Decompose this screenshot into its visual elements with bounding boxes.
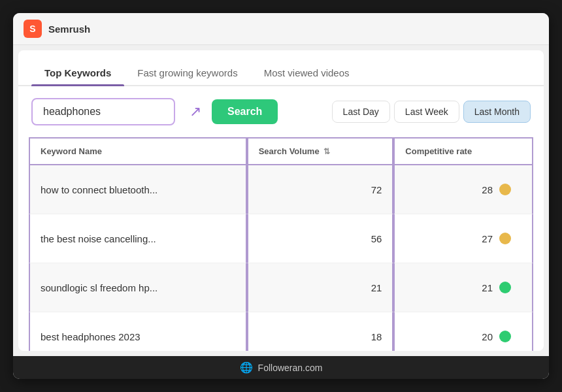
main-content: Top Keywords Fast growing keywords Most …: [18, 50, 544, 351]
rate-cell: 27: [393, 214, 533, 263]
rate-value: 28: [482, 184, 493, 195]
search-input[interactable]: [31, 98, 175, 125]
keywords-table: Keyword Name Search Volume ⇅ Competitive…: [29, 137, 533, 351]
keyword-cell: soundlogic sl freedom hp...: [29, 263, 247, 312]
time-btn-last-day[interactable]: Last Day: [332, 101, 390, 123]
tab-top-keywords[interactable]: Top Keywords: [31, 61, 124, 85]
col-header-volume: Search Volume ⇅: [247, 137, 394, 165]
table-header-row: Keyword Name Search Volume ⇅ Competitive…: [29, 137, 533, 165]
time-filters: Last Day Last Week Last Month: [332, 101, 531, 123]
rate-dot-green: [499, 282, 511, 293]
volume-cell: 18: [247, 312, 394, 351]
title-bar: S Semrush: [13, 13, 549, 45]
table-row: soundlogic sl freedom hp...2121: [29, 263, 533, 312]
table-row: the best noise cancelling...5627: [29, 214, 533, 263]
rate-dot-yellow: [499, 184, 511, 195]
table-row: how to connect bluetooth...7228: [29, 165, 533, 214]
search-button[interactable]: Search: [212, 99, 278, 124]
table-wrapper: Keyword Name Search Volume ⇅ Competitive…: [18, 137, 544, 351]
tab-fast-growing[interactable]: Fast growing keywords: [124, 61, 250, 85]
app-window: S Semrush Top Keywords Fast growing keyw…: [13, 13, 549, 379]
tab-most-viewed[interactable]: Most viewed videos: [251, 61, 363, 85]
volume-cell: 72: [247, 165, 394, 214]
globe-icon: 🌐: [240, 361, 253, 374]
rate-value: 27: [482, 233, 493, 244]
rate-value: 21: [482, 282, 493, 293]
rate-dot-green: [499, 331, 511, 342]
volume-cell: 21: [247, 263, 394, 312]
volume-cell: 56: [247, 214, 394, 263]
rate-cell: 20: [393, 312, 533, 351]
footer-label: Followeran.com: [258, 363, 323, 373]
keyword-cell: how to connect bluetooth...: [29, 165, 247, 214]
tab-bar: Top Keywords Fast growing keywords Most …: [18, 50, 544, 86]
footer-bar: 🌐 Followeran.com: [13, 356, 549, 379]
filter-icon[interactable]: ⇅: [323, 147, 330, 156]
time-btn-last-week[interactable]: Last Week: [394, 101, 459, 123]
col-header-keyword: Keyword Name: [29, 137, 247, 165]
app-logo: S: [24, 20, 42, 38]
rate-value: 20: [482, 331, 493, 342]
col-header-rate: Competitive rate: [393, 137, 533, 165]
table-row: best headphones 20231820: [29, 312, 533, 351]
arrow-annotation: ↗: [190, 103, 201, 120]
rate-dot-yellow: [499, 233, 511, 244]
rate-cell: 28: [393, 165, 533, 214]
keyword-cell: best headphones 2023: [29, 312, 247, 351]
app-title: Semrush: [48, 24, 90, 35]
rate-cell: 21: [393, 263, 533, 312]
search-bar: ↗ Search Last Day Last Week Last Month: [18, 86, 544, 137]
search-input-wrapper: ↗: [31, 98, 175, 125]
time-btn-last-month[interactable]: Last Month: [463, 101, 531, 123]
keyword-cell: the best noise cancelling...: [29, 214, 247, 263]
